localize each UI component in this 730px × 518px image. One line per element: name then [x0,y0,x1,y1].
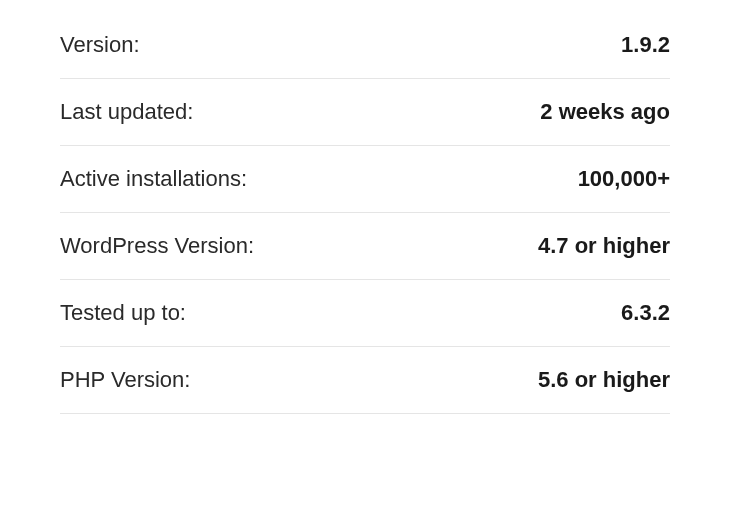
info-label: WordPress Version: [60,233,254,259]
info-row-version: Version: 1.9.2 [60,12,670,79]
info-value: 100,000+ [578,166,670,192]
info-label: Active installations: [60,166,247,192]
info-value: 4.7 or higher [538,233,670,259]
plugin-info-list: Version: 1.9.2 Last updated: 2 weeks ago… [60,12,670,414]
info-row-php-version: PHP Version: 5.6 or higher [60,347,670,414]
info-row-active-installations: Active installations: 100,000+ [60,146,670,213]
info-value: 5.6 or higher [538,367,670,393]
info-row-last-updated: Last updated: 2 weeks ago [60,79,670,146]
info-value: 2 weeks ago [540,99,670,125]
info-value: 6.3.2 [621,300,670,326]
info-label: Last updated: [60,99,193,125]
info-label: PHP Version: [60,367,190,393]
info-label: Version: [60,32,140,58]
info-row-tested-up-to: Tested up to: 6.3.2 [60,280,670,347]
info-value: 1.9.2 [621,32,670,58]
info-row-wordpress-version: WordPress Version: 4.7 or higher [60,213,670,280]
info-label: Tested up to: [60,300,186,326]
